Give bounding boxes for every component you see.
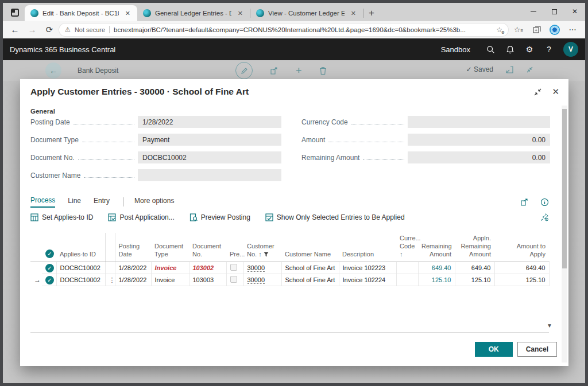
selected-check-icon[interactable]: ✓ — [45, 264, 54, 272]
tab-process[interactable]: Process — [30, 196, 55, 208]
pin-icon[interactable] — [540, 213, 549, 221]
table-row[interactable]: ✓ DOCBC10002 1/28/2022 Invoice 103002 30… — [30, 262, 549, 274]
tab-more-options[interactable]: More options — [134, 197, 174, 207]
close-dialog-icon[interactable]: ✕ — [552, 87, 559, 97]
dialog-scrollbar[interactable] — [562, 106, 567, 362]
browser-settings-icon[interactable]: ⋯ — [564, 25, 581, 34]
tab-actions-menu-button[interactable] — [7, 6, 22, 19]
appln-remaining-cell[interactable]: 649.40 — [455, 262, 494, 274]
col-appln-remaining[interactable]: Appln. Remaining Amount — [455, 233, 494, 262]
tab-line[interactable]: Line — [68, 197, 81, 207]
col-document-no[interactable]: Document No. — [189, 233, 226, 262]
prepayment-cell[interactable] — [226, 274, 243, 286]
row-selected-cell[interactable]: ✓ — [42, 262, 56, 274]
col-currency-code[interactable]: Curre... Code ↑ — [396, 233, 418, 262]
close-window-button[interactable]: ✕ — [564, 3, 585, 20]
remaining-amount-cell[interactable]: 125.10 — [418, 274, 455, 286]
col-applies-to-id[interactable]: Applies-to ID — [56, 233, 105, 262]
customer-name-cell[interactable]: School of Fine Art — [281, 274, 339, 286]
tab-close-icon[interactable]: ✕ — [123, 9, 133, 18]
document-no-cell[interactable]: 103002 — [189, 262, 226, 274]
tab-close-icon[interactable]: ✕ — [349, 9, 358, 18]
back-icon[interactable]: ← — [7, 25, 22, 34]
prepayment-cell[interactable] — [226, 262, 243, 274]
info-icon[interactable] — [540, 198, 549, 206]
tab-close-icon[interactable]: ✕ — [235, 9, 245, 18]
customer-name-field[interactable] — [138, 169, 281, 181]
url-field[interactable]: ⚠ Not secure bcnextmajor/BC/?tenant=defa… — [59, 24, 508, 36]
document-no-cell[interactable]: 103003 — [189, 274, 226, 286]
share-icon[interactable] — [520, 198, 529, 206]
row-menu-icon[interactable]: ⋮ — [109, 276, 111, 284]
prepayment-checkbox[interactable] — [230, 264, 237, 271]
settings-gear-icon[interactable]: ⚙ — [520, 45, 539, 54]
description-cell[interactable]: Invoice 102223 — [339, 262, 396, 274]
table-row-current[interactable]: → ✓ DOCBC10002 ⋮ 1/28/2022 Invoice 10300… — [30, 274, 549, 286]
col-customer-name[interactable]: Customer Name — [281, 233, 339, 262]
collections-icon[interactable] — [529, 26, 545, 34]
tab-entry[interactable]: Entry — [94, 197, 110, 207]
browser-profile-avatar[interactable] — [550, 25, 560, 35]
set-applies-to-id-button[interactable]: Set Applies-to ID — [30, 213, 93, 221]
app-brand[interactable]: Dynamics 365 Business Central — [10, 45, 115, 54]
applies-to-id-cell[interactable]: DOCBC10002 — [56, 262, 105, 274]
col-document-type[interactable]: Document Type — [151, 233, 189, 262]
col-amount-to-apply[interactable]: Amount to Apply — [494, 233, 549, 262]
posting-date-field[interactable]: 1/28/2022 — [138, 116, 281, 128]
row-menu-cell[interactable]: ⋮ — [105, 274, 115, 286]
description-cell[interactable]: Invoice 102224 — [339, 274, 396, 286]
browser-tab-general-ledger[interactable]: General Ledger Entries - Dynami ✕ — [137, 5, 250, 21]
row-selected-cell[interactable]: ✓ — [42, 274, 56, 286]
maximize-button[interactable] — [544, 3, 564, 20]
amount-field[interactable]: 0.00 — [408, 134, 550, 146]
table-scroll-down-icon[interactable]: ▼ — [547, 322, 552, 329]
col-customer-no[interactable]: Customer No. ↑ — [243, 233, 281, 262]
amount-to-apply-cell[interactable]: 649.40 — [494, 262, 549, 274]
document-type-cell[interactable]: Invoice — [151, 274, 189, 286]
minimize-button[interactable] — [523, 3, 544, 20]
selected-check-icon[interactable]: ✓ — [45, 276, 54, 284]
col-prepayment[interactable]: Pre... — [226, 233, 243, 262]
currency-code-cell[interactable] — [396, 262, 418, 274]
refresh-icon[interactable]: ⟳ — [42, 25, 57, 35]
select-all-check-icon[interactable]: ✓ — [45, 249, 54, 258]
preview-posting-button[interactable]: Preview Posting — [189, 213, 250, 221]
help-icon[interactable]: ? — [539, 45, 559, 54]
currency-code-field[interactable] — [408, 116, 550, 128]
document-type-cell[interactable]: Invoice — [151, 262, 189, 274]
customer-no-cell[interactable]: 30000 — [243, 262, 281, 274]
favorite-star-icon[interactable]: ☆⚙ — [496, 26, 502, 34]
user-avatar[interactable]: V — [563, 42, 578, 57]
collapse-dialog-icon[interactable] — [534, 88, 541, 96]
currency-code-cell[interactable] — [396, 274, 418, 286]
new-tab-button[interactable]: + — [363, 7, 380, 21]
remaining-amount-field[interactable]: 0.00 — [408, 151, 550, 163]
posting-date-cell[interactable]: 1/28/2022 — [115, 274, 151, 286]
prepayment-checkbox[interactable] — [230, 276, 237, 283]
customer-no-cell[interactable]: 30000 — [243, 274, 281, 286]
col-posting-date[interactable]: Posting Date — [115, 233, 151, 262]
notifications-bell-icon[interactable] — [500, 45, 520, 54]
background-page-title: Bank Deposit — [78, 67, 118, 75]
post-application-button[interactable]: Post Application... — [108, 213, 174, 221]
search-icon[interactable] — [481, 45, 500, 54]
amount-to-apply-cell[interactable]: 125.10 — [494, 274, 549, 286]
document-type-field[interactable]: Payment — [138, 134, 281, 146]
browser-tab-customer-ledger[interactable]: View - Customer Ledger Entries ✕ — [250, 5, 363, 21]
customer-name-cell[interactable]: School of Fine Art — [281, 262, 339, 274]
cancel-button[interactable]: Cancel — [517, 342, 557, 357]
document-no-field[interactable]: DOCBC10002 — [138, 151, 281, 163]
col-remaining-amount[interactable]: Remaining Amount — [418, 233, 455, 262]
ok-button[interactable]: OK — [475, 342, 513, 357]
appln-remaining-cell[interactable]: 125.10 — [455, 274, 494, 286]
posting-date-cell[interactable]: 1/28/2022 — [115, 262, 151, 274]
remaining-amount-cell[interactable]: 649.40 — [418, 262, 455, 274]
select-all-header[interactable]: ✓ — [42, 233, 56, 262]
dialog-scrollbar-thumb[interactable] — [562, 109, 567, 268]
applies-to-id-cell[interactable]: DOCBC10002 — [56, 274, 105, 286]
browser-tab-bank-deposit[interactable]: Edit - Bank Deposit - BC10002 (D ✕ — [25, 5, 137, 21]
favorites-bar-icon[interactable]: ☆≡ — [510, 25, 527, 34]
show-only-selected-button[interactable]: Show Only Selected Entries to Be Applied — [265, 213, 405, 221]
col-description[interactable]: Description — [339, 233, 396, 262]
row-menu-cell[interactable] — [105, 262, 115, 274]
